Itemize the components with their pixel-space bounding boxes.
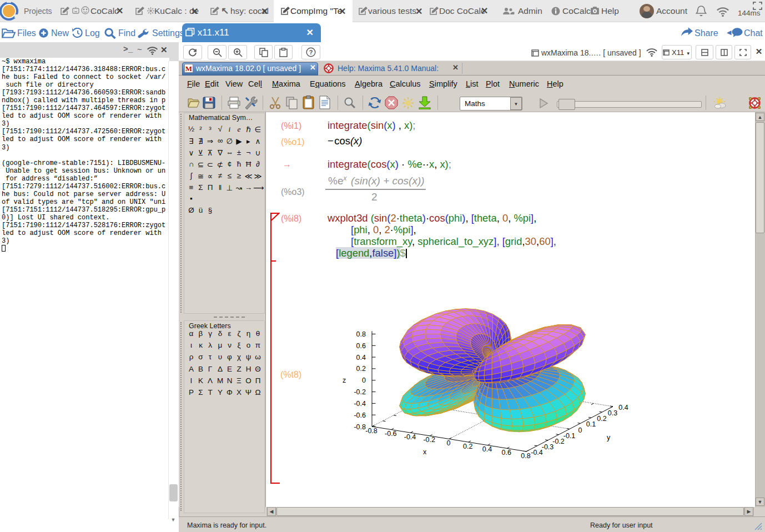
svg-text:-0.2: -0.2 — [423, 436, 435, 444]
svg-text:0.8: 0.8 — [356, 330, 366, 338]
svg-text:0: 0 — [447, 439, 451, 447]
svg-text:-0.6: -0.6 — [354, 411, 366, 419]
svg-text:-0.6: -0.6 — [385, 430, 397, 438]
svg-text:0.2: 0.2 — [597, 415, 606, 423]
svg-text:0.2: 0.2 — [463, 443, 472, 450]
svg-text:-0.8: -0.8 — [365, 427, 378, 435]
svg-text:0.3: 0.3 — [608, 409, 617, 417]
svg-text:0.6: 0.6 — [502, 449, 511, 456]
svg-text:x: x — [423, 448, 427, 456]
svg-text:0.4: 0.4 — [618, 404, 628, 411]
svg-text:y: y — [607, 434, 611, 441]
svg-text:-0.4: -0.4 — [404, 433, 416, 441]
svg-text:0: 0 — [578, 426, 582, 434]
svg-text:z: z — [343, 377, 346, 384]
svg-text:0.2: 0.2 — [356, 365, 366, 373]
svg-text:0: 0 — [362, 377, 366, 384]
svg-text:-0.4: -0.4 — [354, 400, 366, 408]
svg-text:-0.2: -0.2 — [354, 388, 366, 396]
svg-text:0.4: 0.4 — [356, 354, 366, 362]
svg-text:?: ? — [309, 49, 313, 56]
svg-text:0.4: 0.4 — [482, 445, 492, 453]
svg-text:-0.1: -0.1 — [563, 432, 576, 440]
svg-text:-0.8: -0.8 — [354, 423, 366, 431]
svg-text:0.6: 0.6 — [356, 342, 366, 350]
svg-text:-0.3: -0.3 — [542, 443, 554, 451]
svg-text:-0.4: -0.4 — [531, 449, 543, 456]
svg-text:-0.2: -0.2 — [552, 438, 565, 445]
svg-text:0.8: 0.8 — [521, 452, 530, 460]
svg-text:0.1: 0.1 — [586, 420, 596, 428]
